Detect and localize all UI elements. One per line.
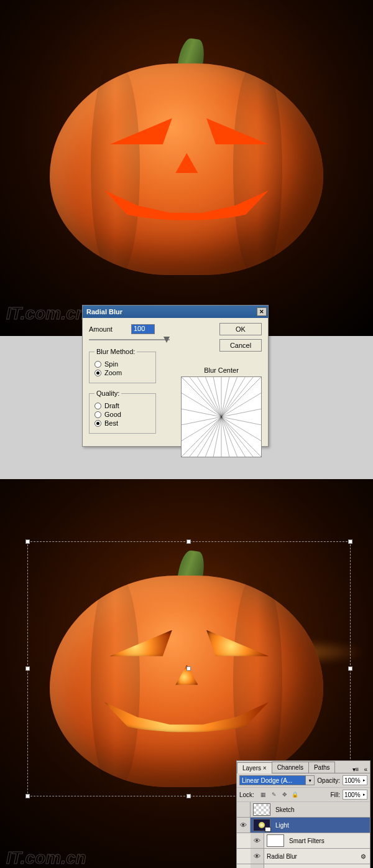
blur-center-preview[interactable] bbox=[181, 376, 262, 457]
svg-line-4 bbox=[213, 377, 221, 417]
lock-all-icon[interactable]: 🔒 bbox=[291, 790, 300, 799]
canvas-bottom: IT.com.cn Layers × Channels Paths ▾≡ « L… bbox=[0, 479, 373, 868]
amount-slider[interactable] bbox=[89, 337, 170, 343]
lock-position-icon[interactable]: ✥ bbox=[280, 790, 289, 799]
panel-tabs: Layers × Channels Paths ▾≡ « bbox=[237, 761, 370, 773]
layer-sketch[interactable]: Sketch bbox=[237, 802, 370, 818]
lock-transparency-icon[interactable]: ▦ bbox=[259, 790, 268, 799]
radio-spin[interactable]: Spin bbox=[94, 360, 150, 368]
filter-radial-blur-1[interactable]: 👁 Radial Blur ⚙ bbox=[237, 849, 370, 864]
svg-line-19 bbox=[221, 417, 245, 457]
pumpkin-image bbox=[50, 39, 323, 287]
blur-method-group: Blur Method: Spin Zoom bbox=[89, 348, 156, 383]
svg-line-22 bbox=[182, 393, 221, 417]
watermark: IT.com.cn bbox=[6, 848, 86, 868]
svg-line-13 bbox=[198, 417, 221, 457]
svg-line-1 bbox=[190, 377, 221, 417]
dialog-title: Radial Blur bbox=[86, 308, 122, 315]
svg-line-14 bbox=[205, 417, 221, 457]
blur-method-legend: Blur Method: bbox=[94, 348, 137, 355]
transform-bounding-box[interactable] bbox=[27, 541, 351, 796]
svg-line-15 bbox=[213, 417, 221, 457]
radio-icon[interactable] bbox=[94, 411, 101, 418]
quality-legend: Quality: bbox=[94, 390, 121, 397]
fill-input[interactable]: 100%▸ bbox=[343, 790, 367, 800]
tab-layers[interactable]: Layers × bbox=[237, 762, 272, 773]
radio-icon[interactable] bbox=[94, 403, 101, 409]
svg-line-26 bbox=[221, 393, 261, 417]
chevron-right-icon: ▸ bbox=[363, 792, 366, 797]
visibility-toggle[interactable]: 👁 bbox=[251, 849, 264, 864]
svg-line-17 bbox=[221, 417, 229, 457]
svg-line-11 bbox=[182, 417, 221, 457]
filter-radial-blur-2[interactable]: 👁 Radial Blur ⚙ bbox=[237, 864, 370, 868]
canvas-top: IT.com.cn bbox=[0, 0, 373, 336]
tab-channels[interactable]: Channels bbox=[272, 762, 309, 773]
svg-line-24 bbox=[182, 417, 221, 425]
radio-icon[interactable] bbox=[94, 420, 101, 427]
visibility-toggle[interactable] bbox=[237, 802, 251, 817]
svg-line-28 bbox=[221, 417, 261, 425]
visibility-toggle[interactable]: 👁 bbox=[251, 864, 264, 868]
filter-mask-thumb[interactable] bbox=[267, 834, 284, 847]
radial-blur-dialog: Radial Blur ✕ OK Cancel Amount 100 Blur … bbox=[82, 305, 269, 447]
tab-paths[interactable]: Paths bbox=[308, 762, 336, 773]
layers-panel[interactable]: Layers × Channels Paths ▾≡ « Linear Dodg… bbox=[236, 760, 371, 868]
svg-line-3 bbox=[205, 377, 221, 417]
svg-line-0 bbox=[182, 377, 221, 417]
svg-line-27 bbox=[221, 409, 261, 417]
smart-filters-row[interactable]: 👁 Smart Filters bbox=[237, 833, 370, 849]
amount-label: Amount bbox=[89, 325, 113, 333]
svg-line-20 bbox=[221, 417, 253, 457]
ok-button[interactable]: OK bbox=[219, 323, 262, 335]
close-icon[interactable]: ✕ bbox=[257, 307, 267, 316]
panel-menu-icon[interactable]: ▾≡ bbox=[350, 766, 362, 773]
radio-icon[interactable] bbox=[94, 361, 101, 368]
slider-thumb-icon[interactable] bbox=[163, 337, 170, 343]
svg-line-18 bbox=[221, 417, 237, 457]
lock-paint-icon[interactable]: ✎ bbox=[270, 790, 279, 799]
layer-light[interactable]: 👁 ▣ Light bbox=[237, 818, 370, 833]
quality-group: Quality: Draft Good Best bbox=[89, 390, 156, 434]
blur-center-label: Blur Center bbox=[181, 366, 262, 374]
cancel-button[interactable]: Cancel bbox=[219, 339, 262, 352]
opacity-input[interactable]: 100%▸ bbox=[343, 775, 367, 785]
svg-line-29 bbox=[221, 417, 261, 441]
svg-line-2 bbox=[198, 377, 221, 417]
radio-draft[interactable]: Draft bbox=[94, 402, 150, 409]
svg-line-12 bbox=[190, 417, 221, 457]
blend-mode-select[interactable]: Linear Dodge (A... bbox=[239, 775, 306, 785]
opacity-label: Opacity: bbox=[317, 777, 340, 784]
dialog-titlebar[interactable]: Radial Blur ✕ bbox=[83, 306, 268, 318]
amount-input[interactable]: 100 bbox=[131, 324, 155, 334]
fill-label: Fill: bbox=[330, 791, 340, 798]
svg-line-10 bbox=[221, 377, 261, 417]
layer-thumb[interactable] bbox=[253, 803, 270, 816]
radio-best[interactable]: Best bbox=[94, 419, 150, 427]
visibility-toggle[interactable]: 👁 bbox=[237, 818, 251, 833]
radio-zoom[interactable]: Zoom bbox=[94, 369, 150, 376]
chevron-right-icon: ▸ bbox=[363, 778, 366, 783]
watermark: IT.com.cn bbox=[6, 304, 86, 324]
chevron-down-icon[interactable]: ▼ bbox=[306, 775, 315, 785]
svg-line-21 bbox=[221, 417, 261, 457]
svg-line-6 bbox=[221, 377, 229, 417]
svg-line-25 bbox=[182, 417, 221, 441]
lock-label: Lock: bbox=[239, 791, 254, 798]
layer-thumb[interactable]: ▣ bbox=[253, 819, 270, 831]
layer-list: Sketch 👁 ▣ Light 👁 Smart Filters 👁 Radia… bbox=[237, 802, 370, 868]
svg-line-7 bbox=[221, 377, 237, 417]
filter-options-icon[interactable]: ⚙ bbox=[359, 852, 367, 861]
visibility-toggle[interactable]: 👁 bbox=[251, 833, 264, 848]
radio-icon[interactable] bbox=[94, 370, 101, 376]
smart-object-icon: ▣ bbox=[265, 827, 271, 832]
svg-line-9 bbox=[221, 377, 253, 417]
svg-line-8 bbox=[221, 377, 245, 417]
radio-good[interactable]: Good bbox=[94, 411, 150, 418]
svg-line-23 bbox=[182, 409, 221, 417]
panel-collapse-icon[interactable]: « bbox=[361, 766, 370, 773]
